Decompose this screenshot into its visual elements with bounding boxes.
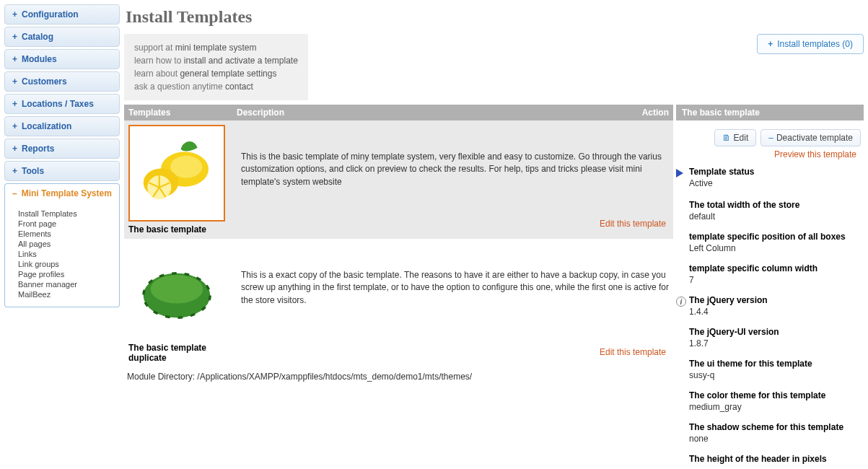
col-action: Action (626, 108, 669, 118)
template-description: This is a exact copy of the basic templa… (241, 270, 669, 305)
col-description: Description (237, 108, 626, 118)
plus-icon: + (12, 76, 17, 87)
plus-icon: + (12, 121, 17, 131)
field-value: Active (689, 178, 861, 188)
nav-cat-tools[interactable]: +Tools (4, 161, 120, 181)
field-label: The color theme for this template (689, 390, 861, 400)
nav-cat-configuration[interactable]: +Configuration (4, 4, 120, 25)
subnav-all-pages[interactable]: All pages (18, 239, 112, 249)
template-name: The basic template duplicate (128, 343, 225, 363)
field-label: The jQuery-UI version (689, 327, 861, 337)
subnav-front-page[interactable]: Front page (18, 219, 112, 229)
watermelon-icon (137, 252, 216, 331)
field-value: 1.4.4 (689, 307, 861, 317)
template-thumbnail[interactable] (128, 243, 225, 340)
field-value: Left Column (689, 243, 861, 253)
field-value: none (689, 434, 861, 444)
subnav-banner-manager[interactable]: Banner manager (18, 279, 112, 289)
support-infobox: support at mini template system learn ho… (124, 34, 308, 100)
field-value: 1.8.7 (689, 338, 861, 349)
page-title: Install Templates (126, 7, 864, 27)
module-directory: Module Directory: /Applications/XAMPP/xa… (124, 367, 673, 386)
subnav-page-profiles[interactable]: Page profiles (18, 269, 112, 279)
nav-cat-reports[interactable]: +Reports (4, 139, 120, 159)
nav-cat-customers[interactable]: +Customers (4, 71, 120, 92)
subnav-links[interactable]: Links (18, 249, 112, 259)
template-description: This is the basic template of miny templ… (241, 152, 662, 187)
field-value: susy-q (689, 370, 861, 380)
edit-button[interactable]: 🗎Edit (714, 129, 757, 146)
field-label: The height of the header in pixels (689, 454, 861, 464)
template-row[interactable]: The basic template This is the basic tem… (124, 120, 673, 239)
nav-cat-modules[interactable]: +Modules (4, 49, 120, 69)
link-contact[interactable]: contact (225, 82, 253, 92)
minus-icon: – (12, 188, 17, 198)
template-thumbnail[interactable] (128, 125, 225, 222)
field-label: Template status (689, 167, 861, 177)
lemon-icon (137, 133, 216, 213)
nav-cat-locations[interactable]: +Locations / Taxes (4, 94, 120, 114)
templates-list: Templates Description Action (124, 105, 673, 469)
preview-link[interactable]: Preview this template (676, 149, 856, 159)
detail-panel: The basic template 🗎Edit –Deactivate tem… (676, 105, 864, 469)
field-label: The ui theme for this template (689, 359, 861, 369)
plus-icon: + (12, 32, 17, 42)
plus-icon: + (12, 54, 17, 64)
subnav-link-groups[interactable]: Link groups (18, 259, 112, 269)
subnav-mailbeez[interactable]: MailBeez (18, 289, 112, 299)
template-name: The basic template (128, 224, 225, 234)
nav-cat-catalog[interactable]: +Catalog (4, 27, 120, 47)
edit-template-link[interactable]: Edit this template (600, 218, 666, 230)
sidebar: +Configuration +Catalog +Modules +Custom… (4, 4, 120, 469)
link-general-settings[interactable]: general template settings (180, 69, 276, 79)
edit-template-link[interactable]: Edit this template (600, 346, 666, 359)
link-install-activate[interactable]: install and activate a template (184, 56, 298, 66)
field-label: template specific column width (689, 263, 861, 273)
plus-icon: + (12, 9, 17, 19)
table-header: Templates Description Action (124, 105, 673, 120)
install-templates-button[interactable]: +Install templates (0) (757, 34, 864, 54)
template-row[interactable]: The basic template duplicate This is a e… (124, 239, 673, 367)
field-label: The shadow scheme for this template (689, 422, 861, 432)
field-label: The total width of the store (689, 200, 861, 210)
triangle-right-icon (676, 169, 683, 177)
minus-icon: – (768, 133, 773, 143)
col-templates: Templates (128, 108, 237, 118)
field-value: 7 (689, 275, 861, 285)
panel-title: The basic template (676, 105, 864, 120)
main-content: Install Templates support at mini templa… (124, 4, 864, 469)
plus-icon: + (12, 144, 17, 154)
subnav-install-templates[interactable]: Install Templates (18, 209, 112, 219)
svg-point-6 (151, 275, 203, 304)
subnav: Install Templates Front page Elements Al… (4, 203, 120, 307)
deactivate-button[interactable]: –Deactivate template (760, 129, 861, 146)
field-label: The jQuery version (689, 295, 861, 305)
document-icon: 🗎 (722, 133, 731, 143)
plus-icon: + (12, 99, 17, 109)
link-mts[interactable]: mini template system (175, 43, 257, 53)
field-value: default (689, 211, 861, 222)
subnav-elements[interactable]: Elements (18, 229, 112, 239)
field-value: medium_gray (689, 402, 861, 412)
plus-icon: + (12, 166, 17, 176)
nav-cat-localization[interactable]: +Localization (4, 116, 120, 136)
field-label: template specific position of all boxes (689, 232, 861, 242)
plus-icon: + (768, 39, 773, 49)
nav-cat-mts[interactable]: –Mini Template System (4, 183, 120, 203)
info-icon[interactable]: i (676, 297, 686, 307)
